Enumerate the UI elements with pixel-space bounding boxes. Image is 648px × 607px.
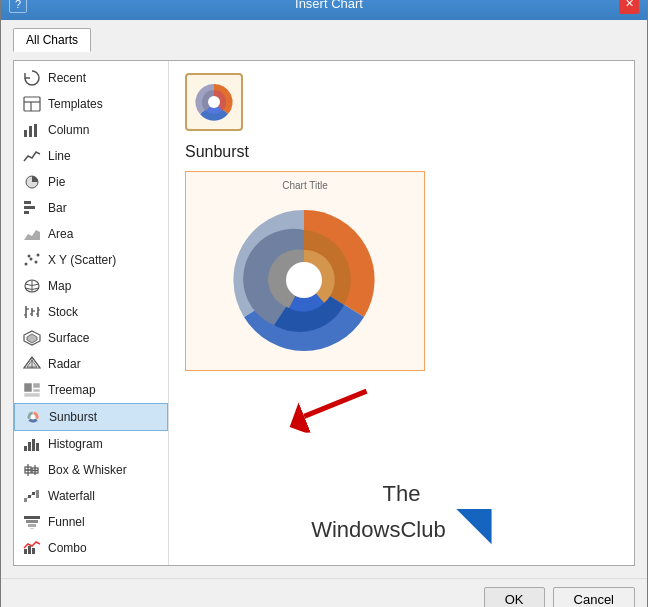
insert-chart-dialog: ? Insert Chart ✕ All Charts Recent [0,0,648,607]
svg-rect-5 [34,124,37,137]
area-icon [22,226,42,242]
sidebar-label-column: Column [48,123,89,137]
svg-rect-40 [24,446,27,451]
dialog-footer: OK Cancel [1,578,647,608]
svg-rect-0 [24,97,40,111]
funnel-icon [22,514,42,530]
sunburst-icon [23,409,43,425]
svg-point-12 [30,257,33,260]
sidebar-label-combo: Combo [48,541,87,555]
sidebar-item-sunburst[interactable]: Sunburst [14,403,168,431]
sidebar-label-histogram: Histogram [48,437,103,451]
chart-type-thumbnails [185,73,618,131]
sidebar-item-scatter[interactable]: X Y (Scatter) [14,247,168,273]
svg-rect-54 [32,492,35,495]
treemap-icon [22,382,42,398]
svg-rect-36 [33,389,40,392]
svg-rect-41 [28,442,31,451]
sidebar-label-bar: Bar [48,201,67,215]
svg-point-64 [208,96,220,108]
svg-marker-58 [26,520,38,523]
sidebar-item-column[interactable]: Column [14,117,168,143]
svg-rect-9 [24,211,29,214]
sidebar-item-boxwhisker[interactable]: Box & Whisker [14,457,168,483]
sidebar-label-pie: Pie [48,175,65,189]
sidebar-item-histogram[interactable]: Histogram [14,431,168,457]
svg-rect-63 [32,548,35,554]
help-button[interactable]: ? [9,0,27,13]
tab-all-charts[interactable]: All Charts [13,28,91,52]
svg-point-15 [37,253,40,256]
sidebar-label-surface: Surface [48,331,89,345]
svg-marker-28 [27,334,37,343]
svg-rect-52 [28,495,31,498]
boxwhisker-icon [22,462,42,478]
sidebar-item-recent[interactable]: Recent [14,65,168,91]
sidebar-item-funnel[interactable]: Funnel [14,509,168,535]
recent-icon [22,70,42,86]
close-button[interactable]: ✕ [619,0,639,14]
sidebar-item-treemap[interactable]: Treemap [14,377,168,403]
svg-rect-42 [32,439,35,451]
sidebar-item-area[interactable]: Area [14,221,168,247]
svg-rect-34 [24,383,32,392]
sidebar-label-map: Map [48,279,71,293]
svg-rect-43 [36,443,39,451]
combo-icon [22,540,42,556]
sidebar-label-treemap: Treemap [48,383,96,397]
svg-rect-50 [24,498,27,502]
sidebar-item-radar[interactable]: Radar [14,351,168,377]
svg-marker-60 [30,528,34,529]
svg-line-67 [304,374,366,433]
sidebar-item-combo[interactable]: Combo [14,535,168,561]
svg-marker-10 [24,230,40,240]
arrow-indicator [289,361,380,454]
bar-icon [22,200,42,216]
sidebar-item-bar[interactable]: Bar [14,195,168,221]
column-icon [22,122,42,138]
sidebar-item-stock[interactable]: Stock [14,299,168,325]
chart-thumb-sunburst[interactable] [185,73,243,131]
ok-button[interactable]: OK [484,587,545,608]
watermark-text: The WindowsClub [311,480,492,545]
dialog-body: All Charts Recent Templates [1,20,647,578]
svg-point-39 [31,414,36,419]
dialog-title: Insert Chart [39,0,619,11]
histogram-icon [22,436,42,452]
sunburst-preview-chart [194,195,414,365]
templates-icon [22,96,42,112]
svg-marker-57 [24,516,40,519]
sidebar-label-area: Area [48,227,73,241]
window-controls: ✕ [619,0,639,14]
sidebar-item-templates[interactable]: Templates [14,91,168,117]
svg-rect-7 [24,201,31,204]
chart-preview-area: Chart Title [185,171,425,371]
stock-icon [22,304,42,320]
svg-rect-61 [24,549,27,554]
svg-point-65 [286,262,322,298]
cancel-button[interactable]: Cancel [553,587,635,608]
radar-icon [22,356,42,372]
waterfall-icon [22,488,42,504]
svg-point-14 [28,254,31,257]
windowsclub-logo [456,509,492,545]
sidebar-label-templates: Templates [48,97,103,111]
svg-rect-56 [36,490,39,498]
sidebar-label-radar: Radar [48,357,81,371]
sidebar-item-waterfall[interactable]: Waterfall [14,483,168,509]
svg-point-13 [35,260,38,263]
sidebar-label-sunburst: Sunburst [49,410,97,424]
surface-icon [22,330,42,346]
sidebar-label-waterfall: Waterfall [48,489,95,503]
sidebar-item-line[interactable]: Line [14,143,168,169]
map-icon [22,278,42,294]
sidebar-item-surface[interactable]: Surface [14,325,168,351]
sidebar-item-map[interactable]: Map [14,273,168,299]
content-area: Recent Templates Column [13,60,635,566]
sidebar-item-pie[interactable]: Pie [14,169,168,195]
tab-bar: All Charts [13,28,635,52]
sidebar-label-stock: Stock [48,305,78,319]
chart-type-sidebar: Recent Templates Column [14,61,169,565]
pie-icon [22,174,42,190]
red-arrow-svg [290,361,380,451]
